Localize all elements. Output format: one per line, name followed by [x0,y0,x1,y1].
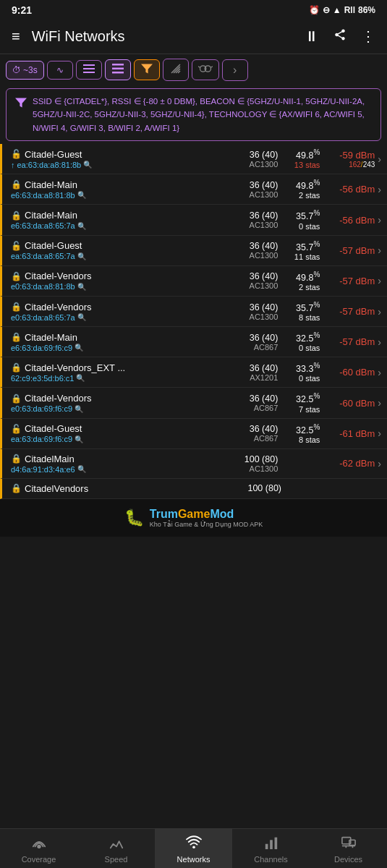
networks-icon [186,835,202,853]
network-mac: e0:63:da:69:f6:c9 [11,404,72,413]
pct-info: 35.7% 0 stas [281,209,323,230]
pct-info: 33.3% 0 stas [281,362,323,383]
lock-icon: 🔒 [11,362,22,373]
table-row[interactable]: 🔒 Citadel-Vendors_EXT ... 62:c9:e3:5d:b6… [0,357,387,388]
table-row[interactable]: 🔓 Citadel-Guest ea:63:da:a8:65:7a 🔍 36 (… [0,236,387,266]
nav-networks[interactable]: Networks [155,829,232,868]
network-list: 🔓 Citadel-Guest ↑ ea:63:da:a8:81:8b 🔍 36… [0,144,387,499]
pause-button[interactable]: ⏸ [302,25,322,48]
svg-rect-19 [265,844,268,849]
channels-icon [263,835,279,853]
nav-channels[interactable]: Channels [232,829,310,868]
nav-networks-label: Networks [177,855,210,864]
table-row[interactable]: 🔒 Citadel-Main e6:63:da:a8:65:7a 🔍 36 (4… [0,205,387,235]
signal-info: -60 dBm [323,398,375,409]
table-row[interactable]: 🔒 CitadelMain d4:6a:91:d3:4a:e6 🔍 100 (8… [0,449,387,479]
network-info: 🔓 Citadel-Guest ea:63:da:69:f6:c9 🔍 [11,423,229,443]
lock-icon: 🔓 [11,424,22,434]
svg-rect-20 [270,840,273,849]
chevron-right-icon: › [375,214,381,226]
menu-button[interactable]: ≡ [9,25,23,48]
pct-info: 49.8% 13 stas [281,148,323,169]
nav-speed[interactable]: Speed [77,829,155,868]
search-icon: 🔍 [75,405,83,413]
antenna-button[interactable] [163,59,189,81]
chevron-right-icon: › [375,367,381,378]
spy-icon [198,64,213,76]
chevron-right-icon: › [375,184,381,195]
table-row[interactable]: 🔒 Citadel-Vendors e0:63:da:a8:81:8b 🔍 36… [0,266,387,297]
table-row[interactable]: 🔒 Citadel-Main e6:63:da:a8:81:8b 🔍 36 (4… [0,174,387,205]
share-button[interactable] [331,25,349,48]
search-icon: 🔍 [77,191,86,199]
spy-button[interactable] [192,59,219,80]
extra-button[interactable]: › [222,59,248,81]
filter-button[interactable] [134,59,160,80]
coverage-icon [31,835,47,853]
lock-icon: 🔒 [11,210,22,221]
wave-icon: ∿ [56,65,64,75]
svg-point-17 [38,846,41,848]
nav-coverage[interactable]: Coverage [0,829,77,868]
more-button[interactable]: ⋮ [358,25,378,48]
table-row[interactable]: 🔒 Citadel-Vendors e0:63:da:a8:65:7a 🔍 36… [0,297,387,327]
filter-text: SSID ∈ {CITADEL*}, RSSI ∈ {-80 ± 0 DBM},… [33,95,372,135]
chevron-right-icon: › [375,275,381,286]
network-info: 🔒 CitadelVendors [11,483,232,494]
channel-info: 100 (80) AC1300 [229,454,281,473]
network-info: 🔓 Citadel-Guest ↑ ea:63:da:a8:81:8b 🔍 [11,149,229,169]
battery-text: 86% [358,5,375,15]
nav-channels-label: Channels [254,855,287,864]
search-icon: 🔍 [77,313,86,321]
list-icon-2 [112,64,124,76]
list-button-1[interactable] [76,60,102,80]
network-ssid: Citadel-Vendors [25,271,92,281]
list-button-2[interactable] [105,59,131,80]
network-info: 🔒 Citadel-Vendors e0:63:da:a8:81:8b 🔍 [11,271,229,291]
svg-line-14 [210,67,213,68]
signal-info: -57 dBm [323,276,375,286]
channel-info: 36 (40) AC1300 [229,210,281,229]
nav-devices[interactable]: Devices [310,829,387,868]
table-row[interactable]: 🔒 CitadelVendors 100 (80) [0,479,387,499]
chevron-right-icon: › [375,336,381,348]
bottom-navigation: Coverage Speed Networks Channels [0,828,387,868]
wifi-icon: ▲ [333,5,341,15]
table-row[interactable]: 🔒 Citadel-Main e6:63:da:69:f6:c9 🔍 36 (4… [0,327,387,357]
network-info: 🔒 Citadel-Vendors e0:63:da:69:f6:c9 🔍 [11,393,229,413]
status-bar: 9:21 ⏰ ⊖ ▲ Rll 86% [0,0,387,19]
list-icon-1 [83,64,95,75]
search-icon: 🔍 [75,435,83,443]
search-icon: 🔍 [76,374,85,382]
network-ssid: Citadel-Main [25,179,77,190]
filter-display: SSID ∈ {CITADEL*}, RSSI ∈ {-80 ± 0 DBM},… [6,88,381,141]
network-ssid: Citadel-Main [25,210,77,221]
search-icon: 🔍 [77,283,86,291]
search-icon: 🔍 [75,344,83,352]
lock-icon: 🔒 [11,271,22,281]
chevron-right-icon: › [375,427,381,439]
svg-line-13 [198,67,200,68]
network-ssid: Citadel-Main [25,332,77,343]
alarm-icon: ⏰ [309,5,320,15]
wave-button[interactable]: ∿ [47,61,73,80]
table-row[interactable]: 🔓 Citadel-Guest ea:63:da:69:f6:c9 🔍 36 (… [0,419,387,449]
signal-info: -57 dBm [323,336,375,347]
antenna-icon [170,63,182,77]
network-mac: e6:63:da:a8:65:7a [11,221,75,230]
lock-icon: 🔓 [11,241,22,251]
network-info: 🔒 CitadelMain d4:6a:91:d3:4a:e6 🔍 [11,454,229,474]
network-mac: e0:63:da:a8:65:7a [11,313,75,322]
channel-info: 36 (40) AC1300 [229,241,281,260]
pct-info: 32.5% 7 stas [281,392,323,413]
signal-bars: Rll [344,5,355,15]
nav-speed-label: Speed [105,855,128,864]
network-ssid: Citadel-Vendors [25,393,92,404]
lock-icon: 🔒 [11,454,22,464]
search-icon: 🔍 [77,465,86,473]
time-filter-button[interactable]: ⏱ ~3s [6,61,44,80]
table-row[interactable]: 🔓 Citadel-Guest ↑ ea:63:da:a8:81:8b 🔍 36… [0,144,387,174]
table-row[interactable]: 🔒 Citadel-Vendors e0:63:da:69:f6:c9 🔍 36… [0,388,387,418]
toolbar: ⏱ ~3s ∿ [0,54,387,85]
network-info: 🔓 Citadel-Guest ea:63:da:a8:65:7a 🔍 [11,240,229,260]
